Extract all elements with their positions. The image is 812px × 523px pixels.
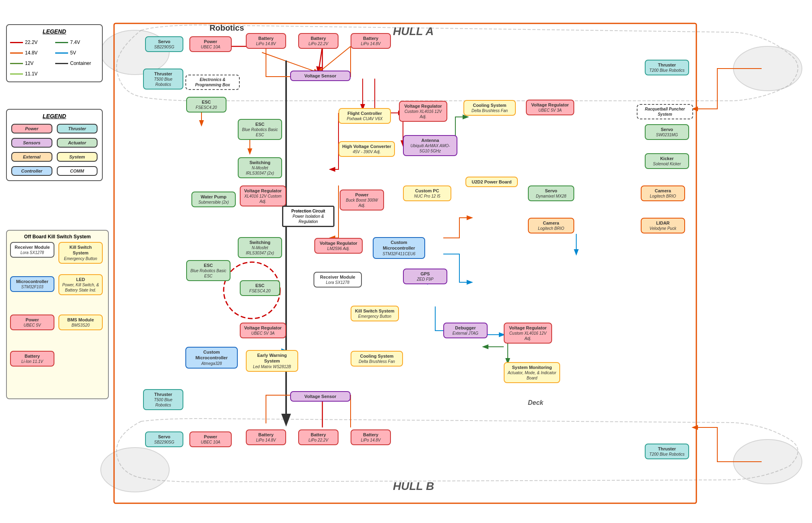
kill-switch-mid: Kill Switch System Emergency Button [351, 306, 399, 321]
deck-label: Deck [528, 399, 543, 406]
legend-system: System [57, 152, 98, 162]
legend-actuator: Actuator [57, 138, 98, 148]
servo-sw0231: Servo SW0231MG [645, 124, 689, 140]
thruster-t500-bot: Thruster T500 Blue Robotics [143, 389, 183, 410]
svg-point-2 [101, 448, 169, 492]
voltage-sensor-bot: Voltage Sensor [290, 391, 351, 402]
legend-sensors: Sensors [11, 138, 52, 148]
voltage-reg-cust-top: Voltage Regulator Custom XL4016 12V Adj. [399, 101, 447, 122]
electronics-box: Electronics & Programming Box [185, 75, 240, 90]
receiver-lora: Receiver Module Lora SX1278 [314, 272, 362, 288]
ks-kill-switch: Kill Switch System Emergency Button [58, 242, 103, 264]
ks-power: Power UBEC 5V [10, 315, 54, 330]
camera-brio-left: Camera Logitech BRIO [528, 218, 574, 233]
legend-voltage: LEGEND 22.2V 7.4V 14.8V 5V 12V [6, 24, 103, 82]
legend-5v-label: 5V [70, 50, 76, 56]
thruster-t200-top: Thruster T200 Blue Robotics [645, 60, 689, 75]
battery-lipo222-bot: Battery LiPo 22.2V [298, 429, 339, 445]
debugger: Debugger External JTAG [443, 323, 488, 338]
hull-diagram-svg [0, 0, 812, 523]
esc-fsesc-top: ESC FSESC4.20 [186, 97, 226, 113]
servo-top-left: Servo SB2290SG [145, 36, 183, 52]
battery-lipo222-top: Battery LiPo 22.2V [298, 33, 339, 49]
servo-dynamixel: Servo Dynamixel MX28 [528, 185, 574, 201]
kill-switch-box-title: Off Board Kill Switch System [10, 234, 105, 240]
racquetball-puncher: Racquetball Puncher System [637, 104, 693, 119]
legend-types: LEGEND Power Thruster Sensors Actuator E… [6, 109, 103, 181]
legend-controller: Controller [11, 166, 52, 176]
legend-12v: 12V [10, 60, 54, 66]
legend-12v-label: 12V [25, 60, 33, 66]
hull-b-label: HULL B [393, 480, 434, 493]
antenna: Antenna Ubiquiti AirMAX AMO-5G10 5GHz [403, 135, 457, 156]
custom-mcu-atmega: Custom Microcontroller Atmega328 [185, 347, 238, 369]
power-buckboost: Power Buck Boost 300W Adj. [340, 190, 384, 210]
protection-circuit: Protection Circuit Power Isolation & Reg… [282, 206, 334, 227]
esc-blue-top: ESC Blue Robotics Basic ESC [238, 119, 282, 140]
switching-mid: Switching N-Mosfet IRLS30347 (2x) [238, 237, 282, 258]
voltage-sensor-top: Voltage Sensor [290, 71, 351, 81]
ks-receiver: Receiver Module Lora SX1278 [10, 242, 54, 258]
high-voltage-conv: High Voltage Converter 45V - 390V Adj. [339, 141, 395, 157]
voltage-reg-xl4016-mid: Voltage Regulator Custom XL4016 12V Adj. [504, 323, 552, 344]
legend-thruster: Thruster [57, 124, 98, 133]
legend-container: Container [55, 60, 99, 66]
thruster-t200-bot: Thruster T200 Blue Robotics [645, 444, 689, 459]
legend-container-label: Container [70, 60, 91, 66]
camera-brio-right: Camera Logitech BRIO [641, 185, 685, 201]
voltage-reg-ubec5v-bot: Voltage Regulator UBEC 5V 3A [240, 323, 286, 338]
battery-lipo148-bot1: Battery LiPo 14.8V [246, 429, 286, 445]
svg-line-5 [318, 46, 322, 73]
svg-point-3 [733, 440, 802, 484]
voltage-reg-ubec5v-top: Voltage Regulator UBEC 5V 3A [526, 100, 574, 115]
hull-a-label: HULL A [393, 25, 434, 38]
thruster-t500-top: Thruster T500 Blue Robotics [143, 69, 183, 90]
water-pump: Water Pump Submersible (2x) [191, 192, 236, 207]
switching-top: Switching N-Mosfet IRLS30347 (2x) [238, 157, 282, 178]
legend-comm: COMM [57, 166, 98, 176]
legend-148v: 14.8V [10, 50, 54, 56]
u2d2-power: U2D2 Power Board [465, 177, 518, 187]
esc-fsesc-mid: ESC FSESC4.20 [240, 280, 280, 296]
ks-mcu: Microcontroller STM32F103 [10, 276, 54, 292]
svg-line-8 [262, 52, 318, 73]
voltage-reg-xl4016: Voltage Regulator XL4016 12V Custom Adj. [240, 185, 286, 206]
legend2-title: LEGEND [10, 113, 99, 119]
svg-point-1 [733, 46, 802, 91]
power-ubec10a-bot: Power UBEC 10A [189, 431, 232, 447]
esc-blue-mid: ESC Blue Robotics Basic ESC [186, 260, 231, 281]
cooling-top: Cooling System Delta Brushless Fan [463, 100, 516, 116]
legend-power: Power [11, 124, 52, 133]
robotics-label: Robotics [210, 23, 244, 33]
legend-5v: 5V [55, 50, 99, 56]
legend1-title: LEGEND [10, 28, 99, 35]
legend-111v-label: 11.1V [25, 71, 37, 77]
legend-111v: 11.1V [10, 71, 54, 77]
battery-lipo148-top2: Battery LiPo 14.8V [351, 33, 391, 49]
legend-74v-label: 7.4V [70, 40, 80, 45]
system-monitoring: System Monitoring Actuator, Mode, & Indi… [504, 362, 560, 383]
voltage-reg-lm2596: Voltage Regulator LM2596 Adj. [314, 238, 363, 254]
legend-148v-label: 14.8V [25, 50, 37, 56]
ks-bms: BMS Module BMS3S20 [58, 315, 103, 330]
kicker: Kicker Solenoid Kicker [645, 153, 689, 169]
lidar: LIDAR Velodyne Puck [641, 218, 685, 233]
power-ubec10a-top: Power UBEC 10A [189, 36, 232, 52]
legend-22v-label: 22.2V [25, 40, 37, 45]
servo-bot: Servo SB2290SG [145, 431, 183, 447]
custom-pc: Custom PC NUC Pro 12 I5 [403, 185, 451, 201]
gps: GPS ZED F9P [403, 269, 447, 284]
battery-lipo148-bot2: Battery LiPo 14.8V [351, 429, 391, 445]
cooling-bot: Cooling System Delta Brushless Fan [351, 351, 403, 367]
custom-mcu-stm32: Custom Microcontroller STM32F411CEU6 [373, 237, 425, 259]
early-warning: Early Warning System Led Matrix WS2812B [246, 350, 298, 372]
ks-led: LED Power, Kill Switch, & Battery State … [58, 274, 103, 295]
flight-controller: Flight Controller Pixhawk CUAV V6X [339, 108, 391, 124]
kill-switch-system-box: Off Board Kill Switch System Receiver Mo… [6, 230, 109, 399]
legend-74v: 7.4V [55, 40, 99, 45]
main-container: LEGEND 22.2V 7.4V 14.8V 5V 12V [0, 0, 812, 523]
battery-lipo148-top1: Battery LiPo 14.8V [246, 33, 286, 49]
legend-22v: 22.2V [10, 40, 54, 45]
svg-line-9 [318, 46, 351, 73]
legend-external: External [11, 152, 52, 162]
